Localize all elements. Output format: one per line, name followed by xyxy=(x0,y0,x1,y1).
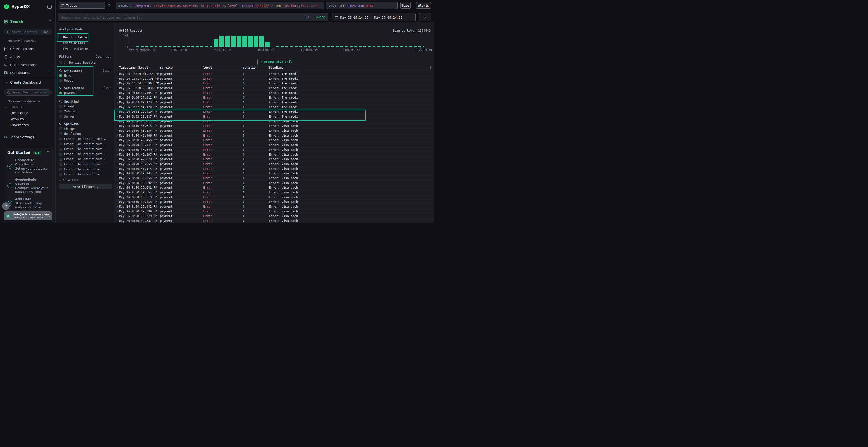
histogram-bar[interactable] xyxy=(219,36,224,47)
row-expander-icon[interactable]: › xyxy=(117,120,119,123)
histogram-bar[interactable] xyxy=(265,42,270,47)
help-button[interactable]: ? xyxy=(2,202,10,210)
histogram-bar[interactable] xyxy=(214,39,218,47)
filter-option[interactable]: Error: The credit card … xyxy=(59,162,111,166)
search-input[interactable] xyxy=(58,13,328,22)
table-row[interactable]: › May 26 8:50:43.466 PM payment Error 0 … xyxy=(115,133,434,138)
row-expander-icon[interactable]: › xyxy=(117,143,119,146)
column-header-spanname[interactable]: SpanName xyxy=(269,66,298,69)
get-started-step[interactable]: ✓ Connect to ClickHouse Set up your data… xyxy=(7,158,50,174)
sidebar-item-team-settings[interactable]: ⚙ Team Settings xyxy=(0,133,56,141)
row-expander-icon[interactable]: › xyxy=(117,219,119,222)
row-expander-icon[interactable]: › xyxy=(117,110,119,113)
checkbox[interactable] xyxy=(59,138,62,140)
row-expander-icon[interactable]: › xyxy=(117,153,119,156)
sql-toggle[interactable]: SQL xyxy=(305,15,310,19)
filter-option[interactable]: Error: The credit card … xyxy=(59,147,111,151)
table-options-icon[interactable]: ⋮ xyxy=(429,66,432,69)
row-expander-icon[interactable]: › xyxy=(117,176,119,180)
alerts-button[interactable]: Alerts xyxy=(416,2,431,9)
table-row[interactable]: › May 26 8:50:39.337 PM payment Error 0 … xyxy=(115,218,434,223)
get-started-step[interactable]: ✓ Create Data Sources Configure where yo… xyxy=(7,177,50,194)
column-header-duration[interactable]: duration xyxy=(243,66,269,69)
get-started-header[interactable]: Get Started 3/3 ⌃ xyxy=(7,150,50,155)
row-expander-icon[interactable]: › xyxy=(117,210,119,213)
preset-dashboard-link[interactable]: Services xyxy=(10,117,56,121)
row-expander-icon[interactable]: › xyxy=(117,205,119,208)
checkbox[interactable] xyxy=(59,133,62,135)
checkbox[interactable] xyxy=(59,74,62,77)
row-expander-icon[interactable]: › xyxy=(117,72,119,75)
table-row[interactable]: › May 26 8:50:39.399 PM payment Error 0 … xyxy=(115,209,434,214)
filter-option[interactable]: Error: The credit card … xyxy=(59,137,111,141)
saved-dashboards-input[interactable]: Saved Dashboards ⌘K xyxy=(4,89,52,96)
table-row[interactable]: › May 26 8:50:39.641 PM payment Error 0 … xyxy=(115,185,434,190)
search-icon[interactable] xyxy=(59,100,62,103)
save-button[interactable]: Save xyxy=(401,2,411,9)
filter-option[interactable]: Error: The credit card … xyxy=(59,142,111,146)
row-expander-icon[interactable]: › xyxy=(117,105,119,109)
sidebar-item-search[interactable]: Search ⌃ xyxy=(0,18,56,26)
date-range-picker[interactable]: May 26 09:14:55 - May 27 09:14:55 xyxy=(332,13,416,22)
checkbox[interactable] xyxy=(59,168,62,171)
filter-option[interactable]: charge xyxy=(59,127,111,131)
table-row[interactable]: › May 26 10:14:36.963 PM payment Error 0… xyxy=(115,81,434,86)
histogram-bar[interactable] xyxy=(259,36,264,47)
show-more-button[interactable]: ⌄ Show more xyxy=(59,178,111,182)
filter-option[interactable]: Unset xyxy=(59,79,111,82)
row-expander-icon[interactable]: › xyxy=(117,134,119,137)
table-row[interactable]: › May 26 8:50:43.624 PM payment Error 0 … xyxy=(115,119,434,124)
table-row[interactable]: › May 26 8:50:43.349 PM payment Error 0 … xyxy=(115,147,434,152)
histogram-bar[interactable] xyxy=(248,36,253,47)
user-menu[interactable]: D dale@clickhouse.com dale@clickhouse.co… xyxy=(4,211,52,220)
table-row[interactable]: › May 26 8:50:39.513 PM payment Error 0 … xyxy=(115,195,434,200)
table-row[interactable]: › May 26 8:50:43.444 PM payment Error 0 … xyxy=(115,143,434,147)
row-expander-icon[interactable]: › xyxy=(117,158,119,161)
row-expander-icon[interactable]: › xyxy=(117,77,119,80)
get-started-step[interactable]: ✓ Add Data Start sending logs, metrics, … xyxy=(7,197,50,209)
checkbox[interactable] xyxy=(59,61,62,64)
row-expander-icon[interactable]: › xyxy=(117,200,119,203)
analysis-mode-option[interactable]: Event Patterns xyxy=(59,46,111,51)
clear-all-button[interactable]: Clear all xyxy=(96,55,111,58)
filter-option[interactable]: Error: The credit card … xyxy=(59,167,111,171)
row-expander-icon[interactable]: › xyxy=(117,214,119,217)
search-icon[interactable] xyxy=(59,87,62,89)
presets-section-toggle[interactable]: ⌄ PRESETS xyxy=(5,105,52,109)
sidebar-item-client-sessions[interactable]: Client Sessions xyxy=(0,61,56,68)
table-row[interactable]: › May 26 8:50:39.442 PM payment Error 0 … xyxy=(115,204,434,209)
row-expander-icon[interactable]: › xyxy=(117,138,119,142)
source-select[interactable]: Traces ⌃⌄ xyxy=(59,2,105,9)
row-expander-icon[interactable]: › xyxy=(117,181,119,184)
histogram-bar[interactable] xyxy=(254,36,258,47)
analysis-mode-option[interactable]: Event Deltas xyxy=(59,40,111,46)
table-row[interactable]: › May 26 8:50:39.298 PM payment Error 0 … xyxy=(115,223,434,224)
table-row[interactable]: › May 26 10:10:39.836 PM payment Error 0… xyxy=(115,86,434,91)
column-header-level[interactable]: level xyxy=(203,66,243,69)
clear-group-button[interactable]: Clear xyxy=(102,69,111,72)
table-row[interactable]: › May 26 8:50:39.692 PM payment Error 0 … xyxy=(115,181,434,185)
filter-option[interactable]: payment xyxy=(59,91,111,95)
column-header-service[interactable]: service xyxy=(160,66,203,69)
source-settings-gear-icon[interactable]: ⚙ xyxy=(107,3,111,7)
row-expander-icon[interactable]: › xyxy=(117,196,119,199)
denoise-results-toggle[interactable]: Denoise Results xyxy=(59,61,111,65)
row-expander-icon[interactable]: › xyxy=(117,124,119,128)
filter-option[interactable]: Client xyxy=(59,105,111,108)
table-row[interactable]: › May 26 8:50:43.307 PM payment Error 0 … xyxy=(115,152,434,157)
table-row[interactable]: › May 26 8:50:43.534 PM payment Error 0 … xyxy=(115,128,434,133)
analysis-mode-option[interactable]: Results Table xyxy=(59,34,111,40)
chevron-up-icon[interactable]: ⌃ xyxy=(49,20,52,23)
table-row[interactable]: › May 26 8:50:39.551 PM payment Error 0 … xyxy=(115,190,434,195)
filter-option[interactable]: Internal xyxy=(59,110,111,113)
search-icon[interactable] xyxy=(59,122,62,125)
table-row[interactable]: › May 26 8:50:42.655 PM payment Error 0 … xyxy=(115,162,434,166)
preset-dashboard-link[interactable]: ClickHouse xyxy=(10,111,56,115)
filter-option[interactable]: Error xyxy=(59,74,111,77)
filter-option[interactable]: Error: The credit card … xyxy=(59,152,111,156)
row-expander-icon[interactable]: › xyxy=(117,186,119,189)
table-row[interactable]: › May 26 8:50:39.453 PM payment Error 0 … xyxy=(115,200,434,204)
query-language-toggle[interactable]: SQL|Lucene xyxy=(305,15,325,19)
table-row[interactable]: › May 26 8:50:43.455 PM payment Error 0 … xyxy=(115,138,434,143)
table-row[interactable]: › May 26 8:50:39.901 PM payment Error 0 … xyxy=(115,171,434,176)
